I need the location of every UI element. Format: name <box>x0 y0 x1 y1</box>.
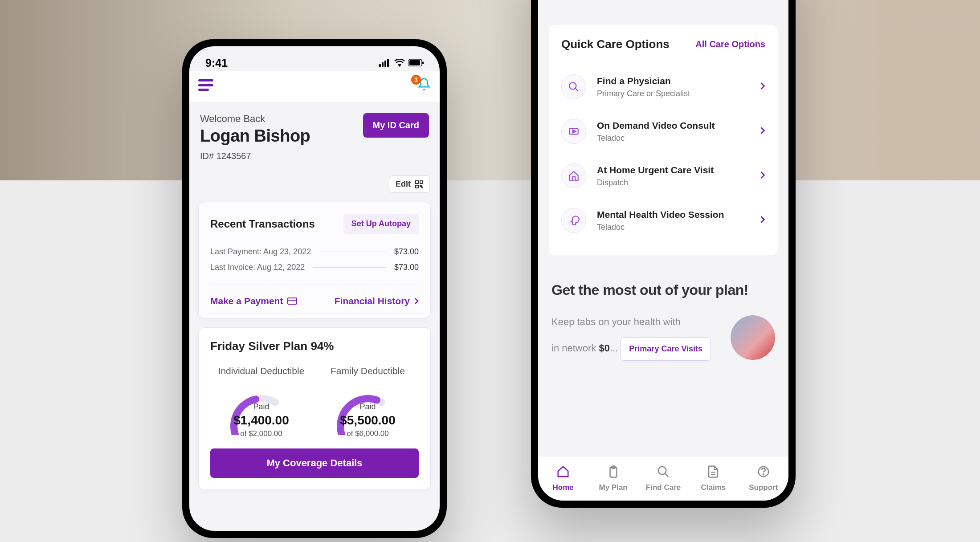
transaction-amount: $73.00 <box>394 247 419 257</box>
tab-claims[interactable]: Claims <box>688 456 738 501</box>
home-icon <box>556 465 570 481</box>
clipboard-icon <box>607 465 620 481</box>
tab-bar: HomeMy PlanFind CareClaimsSupport <box>538 456 788 501</box>
video-icon <box>561 119 586 144</box>
wifi-icon <box>394 59 405 67</box>
quick-care-item[interactable]: On Demand Video ConsultTeladoc <box>561 109 765 154</box>
svg-point-14 <box>569 82 576 89</box>
paid-amount: $5,500.00 <box>317 413 419 428</box>
chevron-right-icon <box>760 81 765 93</box>
svg-point-25 <box>763 474 764 475</box>
welcome-label: Welcome Back <box>200 113 310 125</box>
app-bar: 3 <box>189 71 440 102</box>
svg-rect-2 <box>384 61 386 67</box>
svg-rect-11 <box>422 187 423 188</box>
coverage-details-button[interactable]: My Coverage Details <box>210 448 419 478</box>
svg-rect-0 <box>379 64 381 67</box>
financial-history-label: Financial History <box>335 296 410 306</box>
svg-rect-5 <box>409 60 420 65</box>
quick-care-item-title: Find a Physician <box>597 76 760 86</box>
help-icon <box>757 465 770 481</box>
svg-rect-9 <box>416 185 418 188</box>
notification-badge: 3 <box>411 75 421 85</box>
make-payment-label: Make a Payment <box>210 296 283 306</box>
quick-care-item[interactable]: Mental Health Video SessionTeladoc <box>561 198 765 243</box>
quick-care-title: Quick Care Options <box>561 37 670 51</box>
quick-care-item-subtitle: Dispatch <box>597 178 760 187</box>
gauge-title: Family Deductible <box>317 366 419 376</box>
tab-label: Find Care <box>646 483 681 492</box>
edit-button[interactable]: Edit <box>389 175 430 193</box>
recent-transactions-title: Recent Transactions <box>210 218 315 230</box>
card-icon <box>287 297 297 305</box>
quick-care-item-subtitle: Teladoc <box>597 134 760 143</box>
transaction-label: Last Invoice: Aug 12, 2022 <box>210 263 305 272</box>
quick-care-card: Quick Care Options All Care Options Find… <box>549 25 778 255</box>
quick-care-item[interactable]: Find a PhysicianPrimary Care or Speciali… <box>561 65 765 109</box>
quick-care-item[interactable]: At Home Urgent Care VisitDispatch <box>561 154 765 198</box>
transaction-amount: $73.00 <box>394 263 419 272</box>
status-bar: 9:41 <box>189 46 440 71</box>
plan-card: Friday Silver Plan 94% Individual Deduct… <box>198 327 431 490</box>
primary-care-pill[interactable]: Primary Care Visits <box>621 337 711 361</box>
user-id: ID# 1243567 <box>200 151 310 161</box>
svg-line-15 <box>575 88 578 91</box>
svg-rect-8 <box>420 181 423 183</box>
svg-rect-6 <box>422 61 424 64</box>
recent-transactions-card: Recent Transactions Set Up Autopay Last … <box>198 202 431 318</box>
all-care-options-link[interactable]: All Care Options <box>695 39 765 49</box>
status-icons <box>379 59 424 67</box>
chevron-right-icon <box>760 170 765 182</box>
qr-icon <box>415 180 423 188</box>
edit-label: Edit <box>396 179 411 189</box>
plan-title: Friday Silver Plan 94% <box>210 339 419 353</box>
chevron-right-icon <box>760 126 765 137</box>
of-amount: of $6,000.00 <box>317 429 419 438</box>
home-icon <box>561 163 586 188</box>
tab-label: Claims <box>701 483 726 492</box>
setup-autopay-button[interactable]: Set Up Autopay <box>343 214 419 234</box>
gauge-title: Individual Deductible <box>210 366 312 376</box>
svg-marker-17 <box>573 130 576 133</box>
tab-find-care[interactable]: Find Care <box>638 456 688 501</box>
quick-care-item-subtitle: Primary Care or Specialist <box>597 89 760 98</box>
paid-label: Paid <box>317 402 419 412</box>
quick-care-item-title: At Home Urgent Care Visit <box>597 165 760 175</box>
paid-label: Paid <box>210 402 312 412</box>
make-payment-link[interactable]: Make a Payment <box>210 296 297 306</box>
quick-care-item-subtitle: Teladoc <box>597 223 760 232</box>
financial-history-link[interactable]: Financial History <box>335 296 419 306</box>
svg-rect-3 <box>387 59 389 67</box>
user-name: Logan Bishop <box>200 126 310 146</box>
chevron-right-icon <box>760 215 765 226</box>
deductible-gauge: Family DeductiblePaid$5,500.00of $6,000.… <box>317 366 419 435</box>
signal-icon <box>379 59 391 67</box>
tab-my-plan[interactable]: My Plan <box>588 456 638 501</box>
menu-button[interactable] <box>198 79 213 91</box>
paid-amount: $1,400.00 <box>210 413 312 428</box>
welcome-header: Welcome Back Logan Bishop ID# 1243567 My… <box>189 102 440 166</box>
quick-care-item-title: Mental Health Video Session <box>597 209 760 220</box>
svg-rect-12 <box>288 298 297 304</box>
promo-text: Keep tabs on your health with in network… <box>551 314 717 361</box>
of-amount: of $2,000.00 <box>210 429 312 438</box>
transaction-row: Last Invoice: Aug 12, 2022$73.00 <box>210 263 419 272</box>
my-id-card-button[interactable]: My ID Card <box>363 113 429 138</box>
promo-heading: Get the most out of your plan! <box>551 282 775 298</box>
tab-label: Home <box>553 483 574 492</box>
tab-support[interactable]: Support <box>739 456 788 501</box>
tab-home[interactable]: Home <box>538 456 588 501</box>
svg-point-20 <box>658 467 666 475</box>
chevron-right-icon <box>414 297 419 305</box>
tab-label: My Plan <box>599 483 627 492</box>
phone-frame-left: 9:41 3 Welcome Back Lo <box>182 39 447 538</box>
deductible-gauge: Individual DeductiblePaid$1,400.00of $2,… <box>210 366 312 435</box>
transaction-row: Last Payment: Aug 23, 2022$73.00 <box>210 247 419 257</box>
tab-label: Support <box>749 483 778 492</box>
quick-care-item-title: On Demand Video Consult <box>597 120 760 131</box>
phone-frame-right: Quick Care Options All Care Options Find… <box>531 0 796 508</box>
notifications-button[interactable]: 3 <box>417 77 431 93</box>
svg-rect-1 <box>382 62 384 67</box>
svg-rect-7 <box>416 181 418 183</box>
search-icon <box>657 465 670 481</box>
